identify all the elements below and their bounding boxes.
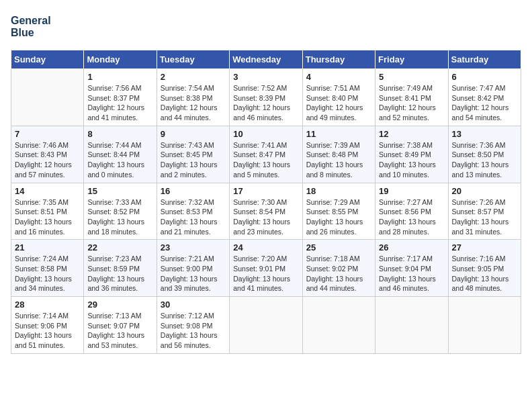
day-number: 15 bbox=[87, 186, 152, 196]
day-info: Sunrise: 7:24 AM Sunset: 8:58 PM Dayligh… bbox=[15, 254, 80, 293]
day-info: Sunrise: 7:52 AM Sunset: 8:39 PM Dayligh… bbox=[233, 83, 298, 123]
calendar-cell: 9Sunrise: 7:43 AM Sunset: 8:45 PM Daylig… bbox=[157, 126, 229, 183]
day-number: 29 bbox=[87, 300, 152, 310]
calendar-cell: 17Sunrise: 7:30 AM Sunset: 8:54 PM Dayli… bbox=[230, 183, 302, 240]
weekday-header-sunday: Sunday bbox=[11, 50, 84, 69]
day-info: Sunrise: 7:26 AM Sunset: 8:57 PM Dayligh… bbox=[452, 197, 517, 237]
day-info: Sunrise: 7:32 AM Sunset: 8:53 PM Dayligh… bbox=[161, 197, 226, 237]
calendar-cell: 19Sunrise: 7:27 AM Sunset: 8:56 PM Dayli… bbox=[375, 183, 448, 240]
day-number: 7 bbox=[15, 129, 80, 139]
day-number: 19 bbox=[379, 186, 444, 196]
weekday-header-row: SundayMondayTuesdayWednesdayThursdayFrid… bbox=[11, 50, 521, 69]
day-info: Sunrise: 7:18 AM Sunset: 9:02 PM Dayligh… bbox=[306, 254, 371, 293]
day-number: 12 bbox=[379, 129, 444, 139]
calendar-cell: 18Sunrise: 7:29 AM Sunset: 8:55 PM Dayli… bbox=[302, 183, 375, 240]
day-info: Sunrise: 7:41 AM Sunset: 8:47 PM Dayligh… bbox=[233, 140, 298, 180]
calendar-cell bbox=[230, 297, 302, 354]
calendar-week-row: 14Sunrise: 7:35 AM Sunset: 8:51 PM Dayli… bbox=[11, 183, 521, 240]
day-number: 26 bbox=[379, 242, 444, 253]
calendar-cell: 30Sunrise: 7:12 AM Sunset: 9:08 PM Dayli… bbox=[157, 297, 229, 354]
day-info: Sunrise: 7:12 AM Sunset: 9:08 PM Dayligh… bbox=[161, 311, 226, 351]
calendar-cell bbox=[448, 297, 521, 354]
calendar-cell: 6Sunrise: 7:47 AM Sunset: 8:42 PM Daylig… bbox=[448, 69, 521, 126]
calendar-cell: 8Sunrise: 7:44 AM Sunset: 8:44 PM Daylig… bbox=[84, 126, 157, 183]
day-info: Sunrise: 7:47 AM Sunset: 8:42 PM Dayligh… bbox=[452, 83, 517, 123]
calendar-cell: 1Sunrise: 7:56 AM Sunset: 8:37 PM Daylig… bbox=[84, 69, 157, 126]
day-info: Sunrise: 7:46 AM Sunset: 8:43 PM Dayligh… bbox=[15, 140, 80, 180]
calendar-table: SundayMondayTuesdayWednesdayThursdayFrid… bbox=[11, 50, 521, 354]
day-number: 23 bbox=[161, 242, 226, 253]
day-number: 6 bbox=[452, 72, 517, 82]
weekday-header-thursday: Thursday bbox=[302, 50, 375, 69]
calendar-cell: 12Sunrise: 7:38 AM Sunset: 8:49 PM Dayli… bbox=[375, 126, 448, 183]
weekday-header-wednesday: Wednesday bbox=[230, 50, 302, 69]
day-number: 2 bbox=[161, 72, 226, 82]
day-info: Sunrise: 7:14 AM Sunset: 9:06 PM Dayligh… bbox=[15, 311, 80, 351]
day-number: 9 bbox=[161, 129, 226, 139]
day-number: 28 bbox=[15, 300, 80, 310]
calendar-cell: 5Sunrise: 7:49 AM Sunset: 8:41 PM Daylig… bbox=[375, 69, 448, 126]
weekday-header-tuesday: Tuesday bbox=[157, 50, 229, 69]
day-info: Sunrise: 7:43 AM Sunset: 8:45 PM Dayligh… bbox=[161, 140, 226, 180]
calendar-cell: 13Sunrise: 7:36 AM Sunset: 8:50 PM Dayli… bbox=[448, 126, 521, 183]
day-number: 5 bbox=[379, 72, 444, 82]
day-info: Sunrise: 7:27 AM Sunset: 8:56 PM Dayligh… bbox=[379, 197, 444, 237]
calendar-cell: 25Sunrise: 7:18 AM Sunset: 9:02 PM Dayli… bbox=[302, 240, 375, 297]
calendar-cell: 27Sunrise: 7:16 AM Sunset: 9:05 PM Dayli… bbox=[448, 240, 521, 297]
calendar-cell: 24Sunrise: 7:20 AM Sunset: 9:01 PM Dayli… bbox=[230, 240, 302, 297]
day-number: 25 bbox=[306, 242, 371, 253]
day-info: Sunrise: 7:44 AM Sunset: 8:44 PM Dayligh… bbox=[87, 140, 152, 180]
day-number: 1 bbox=[87, 72, 152, 82]
weekday-header-monday: Monday bbox=[84, 50, 157, 69]
day-number: 22 bbox=[87, 242, 152, 253]
calendar-cell: 29Sunrise: 7:13 AM Sunset: 9:07 PM Dayli… bbox=[84, 297, 157, 354]
calendar-cell: 26Sunrise: 7:17 AM Sunset: 9:04 PM Dayli… bbox=[375, 240, 448, 297]
svg-text:General: General bbox=[11, 15, 51, 26]
day-info: Sunrise: 7:33 AM Sunset: 8:52 PM Dayligh… bbox=[87, 197, 152, 237]
calendar-cell: 4Sunrise: 7:51 AM Sunset: 8:40 PM Daylig… bbox=[302, 69, 375, 126]
calendar-cell: 21Sunrise: 7:24 AM Sunset: 8:58 PM Dayli… bbox=[11, 240, 84, 297]
day-number: 14 bbox=[15, 186, 80, 196]
calendar-cell: 10Sunrise: 7:41 AM Sunset: 8:47 PM Dayli… bbox=[230, 126, 302, 183]
day-number: 10 bbox=[233, 129, 298, 139]
calendar-cell: 20Sunrise: 7:26 AM Sunset: 8:57 PM Dayli… bbox=[448, 183, 521, 240]
calendar-week-row: 1Sunrise: 7:56 AM Sunset: 8:37 PM Daylig… bbox=[11, 69, 521, 126]
day-info: Sunrise: 7:56 AM Sunset: 8:37 PM Dayligh… bbox=[87, 83, 152, 123]
calendar-week-row: 28Sunrise: 7:14 AM Sunset: 9:06 PM Dayli… bbox=[11, 297, 521, 354]
day-info: Sunrise: 7:16 AM Sunset: 9:05 PM Dayligh… bbox=[452, 254, 517, 293]
day-number: 11 bbox=[306, 129, 371, 139]
day-info: Sunrise: 7:51 AM Sunset: 8:40 PM Dayligh… bbox=[306, 83, 371, 123]
calendar-cell: 23Sunrise: 7:21 AM Sunset: 9:00 PM Dayli… bbox=[157, 240, 229, 297]
day-number: 18 bbox=[306, 186, 371, 196]
logo-svg: General Blue bbox=[11, 11, 64, 43]
day-info: Sunrise: 7:39 AM Sunset: 8:48 PM Dayligh… bbox=[306, 140, 371, 180]
day-info: Sunrise: 7:35 AM Sunset: 8:51 PM Dayligh… bbox=[15, 197, 80, 237]
day-info: Sunrise: 7:17 AM Sunset: 9:04 PM Dayligh… bbox=[379, 254, 444, 293]
calendar-week-row: 21Sunrise: 7:24 AM Sunset: 8:58 PM Dayli… bbox=[11, 240, 521, 297]
logo: General Blue bbox=[11, 11, 64, 43]
calendar-cell bbox=[375, 297, 448, 354]
weekday-header-friday: Friday bbox=[375, 50, 448, 69]
day-info: Sunrise: 7:36 AM Sunset: 8:50 PM Dayligh… bbox=[452, 140, 517, 180]
day-info: Sunrise: 7:38 AM Sunset: 8:49 PM Dayligh… bbox=[379, 140, 444, 180]
day-info: Sunrise: 7:20 AM Sunset: 9:01 PM Dayligh… bbox=[233, 254, 298, 293]
day-number: 30 bbox=[161, 300, 226, 310]
calendar-cell: 3Sunrise: 7:52 AM Sunset: 8:39 PM Daylig… bbox=[230, 69, 302, 126]
calendar-cell bbox=[302, 297, 375, 354]
calendar-cell bbox=[11, 69, 84, 126]
calendar-cell: 7Sunrise: 7:46 AM Sunset: 8:43 PM Daylig… bbox=[11, 126, 84, 183]
calendar-cell: 28Sunrise: 7:14 AM Sunset: 9:06 PM Dayli… bbox=[11, 297, 84, 354]
calendar-cell: 14Sunrise: 7:35 AM Sunset: 8:51 PM Dayli… bbox=[11, 183, 84, 240]
calendar-cell: 15Sunrise: 7:33 AM Sunset: 8:52 PM Dayli… bbox=[84, 183, 157, 240]
calendar-cell: 11Sunrise: 7:39 AM Sunset: 8:48 PM Dayli… bbox=[302, 126, 375, 183]
calendar-cell: 16Sunrise: 7:32 AM Sunset: 8:53 PM Dayli… bbox=[157, 183, 229, 240]
page-header: General Blue bbox=[11, 11, 521, 43]
calendar-cell: 2Sunrise: 7:54 AM Sunset: 8:38 PM Daylig… bbox=[157, 69, 229, 126]
day-number: 13 bbox=[452, 129, 517, 139]
day-number: 27 bbox=[452, 242, 517, 253]
day-info: Sunrise: 7:13 AM Sunset: 9:07 PM Dayligh… bbox=[87, 311, 152, 351]
day-number: 20 bbox=[452, 186, 517, 196]
svg-text:Blue: Blue bbox=[11, 27, 34, 38]
day-info: Sunrise: 7:54 AM Sunset: 8:38 PM Dayligh… bbox=[161, 83, 226, 123]
day-info: Sunrise: 7:49 AM Sunset: 8:41 PM Dayligh… bbox=[379, 83, 444, 123]
